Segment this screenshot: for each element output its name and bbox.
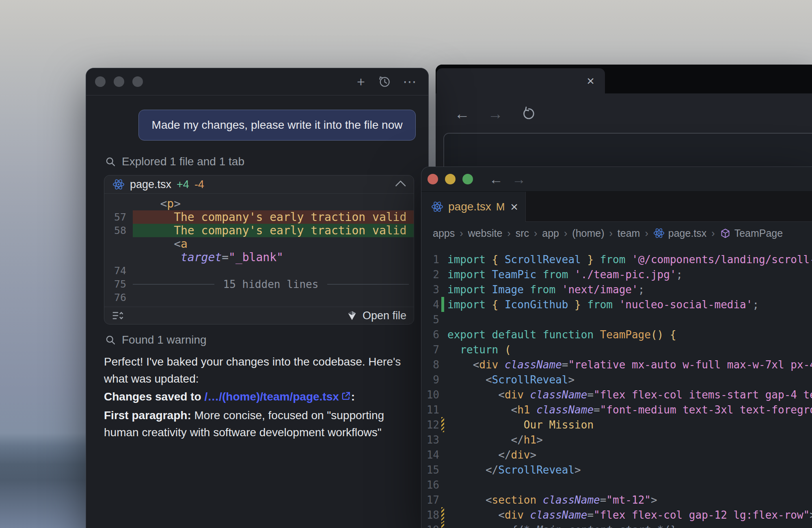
breadcrumb-item-apps[interactable]: apps [433,227,455,239]
code-line-text: Our Mission [447,419,812,431]
code-area[interactable]: 1import { ScrollReveal } from '@/compone… [421,245,812,528]
breadcrumb-item-app[interactable]: app [542,227,559,239]
code-token [447,509,498,521]
new-thread-icon[interactable]: + [354,75,368,89]
editor-titlebar[interactable]: ← → [421,167,812,191]
code-token: < [174,237,181,251]
breadcrumb-item-page-tsx[interactable]: page.tsx [653,227,707,239]
code-token: "_blank" [229,251,283,264]
back-icon[interactable]: ← [489,171,503,187]
external-link-icon[interactable] [341,391,351,401]
breadcrumb-item-src[interactable]: src [516,227,529,239]
code-token: > [574,464,581,476]
breadcrumb-separator: › [507,227,510,239]
code-token: div [505,509,524,521]
tab-close-icon[interactable]: × [587,74,594,87]
forward-icon[interactable]: → [512,171,526,187]
first-paragraph-summary: First paragraph: More concise, focused o… [104,407,412,441]
overflow-menu-icon[interactable]: ⋯ [402,75,417,89]
back-icon[interactable]: ← [454,105,470,123]
code-token: "flex flex-col items-start gap-4 te [594,389,812,401]
breadcrumb-separator: › [609,227,613,239]
diff-card: page.tsx +4 -4 <p>57 The company's early… [104,175,414,325]
breadcrumb-separator: › [645,227,648,239]
git-modified-marker [439,507,447,522]
react-icon [112,178,125,190]
code-line: 10 <div className="flex flex-col items-s… [421,387,812,402]
code-line-text: import TeamPic from './team-pic.jpg'; [447,268,812,281]
minimize-traffic-light[interactable] [445,174,456,184]
line-number: 17 [421,494,439,506]
code-token: className [543,494,600,506]
gutter-spacer [439,492,447,507]
code-token [536,329,543,341]
code-token: p [167,197,174,210]
open-file-button[interactable]: Open file [346,309,406,322]
code-token: div [505,389,524,401]
chat-titlebar[interactable]: + ⋯ [86,68,428,95]
code-line-text: </ScrollReveal> [447,464,812,476]
breadcrumb-separator: › [711,227,715,239]
context-line [133,291,414,304]
code-token [486,283,492,296]
code-token [498,359,505,371]
zoom-traffic-light[interactable] [132,76,143,87]
code-token [447,344,460,356]
cube-icon [720,228,731,239]
diff-line: 76 [104,291,414,304]
code-token: < [511,404,518,416]
code-token [568,299,574,311]
code-token: {/* Main content start */} [511,524,676,528]
code-line: 12 Our Mission [421,417,812,432]
zoom-traffic-light[interactable] [462,174,473,184]
warning-status[interactable]: Found 1 warning [105,333,415,346]
code-token [486,268,492,281]
editor-tab-strip: page.tsx M × [421,191,812,222]
code-token [581,253,587,266]
close-traffic-light[interactable] [428,174,438,184]
forward-icon[interactable]: → [488,105,503,123]
close-traffic-light[interactable] [95,76,106,87]
code-token: { [492,299,499,311]
gutter-spacer [439,312,447,327]
gutter-spacer [439,462,447,477]
diff-card-header[interactable]: page.tsx +4 -4 [104,175,414,194]
code-token [447,404,511,416]
code-token [498,253,505,266]
browser-tab[interactable]: × [436,68,605,93]
collapse-chevron-icon[interactable] [395,180,406,191]
breadcrumb-item-teampage[interactable]: TeamPage [720,227,783,239]
code-token: TeamPage [600,329,651,341]
code-token: "relative mx-auto w-full max-w-7xl px-4 [568,359,812,371]
search-icon [105,334,116,346]
expand-lines-icon[interactable] [112,309,124,322]
traffic-lights [428,174,473,184]
tab-page-tsx[interactable]: page.tsx M × [421,192,526,222]
breadcrumb-item--home-[interactable]: (home) [572,227,604,239]
minimize-traffic-light[interactable] [114,76,124,87]
explored-status[interactable]: Explored 1 file and 1 tab [105,155,415,168]
explored-status-text: Explored 1 file and 1 tab [122,155,244,168]
diff-line-number: 76 [104,292,133,303]
gutter-spacer [439,432,447,447]
breadcrumb-item-team[interactable]: team [618,227,640,239]
code-line: 13 </h1> [421,432,812,447]
react-icon [431,201,443,213]
code-line-text: <div className="flex flex-col gap-12 lg:… [447,509,812,521]
gutter-spacer [439,477,447,492]
gutter-spacer [439,387,447,402]
saved-file-link[interactable]: /…/(home)/team/page.tsx [204,390,339,403]
first-paragraph-label: First paragraph: [104,409,191,422]
file-box-icon [346,310,358,321]
code-line-text: <div className="flex flex-col items-star… [447,389,812,401]
breadcrumb-label: team [618,227,640,239]
breadcrumb-item-website[interactable]: website [468,227,503,239]
history-icon[interactable] [378,75,393,88]
hidden-lines-divider[interactable]: 15 hidden lines [133,278,414,290]
reload-icon[interactable] [521,106,536,121]
code-line-text: import Image from 'next/image'; [447,283,812,296]
tab-close-icon[interactable]: × [510,200,518,213]
gutter-spacer [439,402,447,417]
assistant-paragraph-text: Perfect! I've baked your changes into th… [104,355,401,385]
line-number: 3 [421,283,439,296]
